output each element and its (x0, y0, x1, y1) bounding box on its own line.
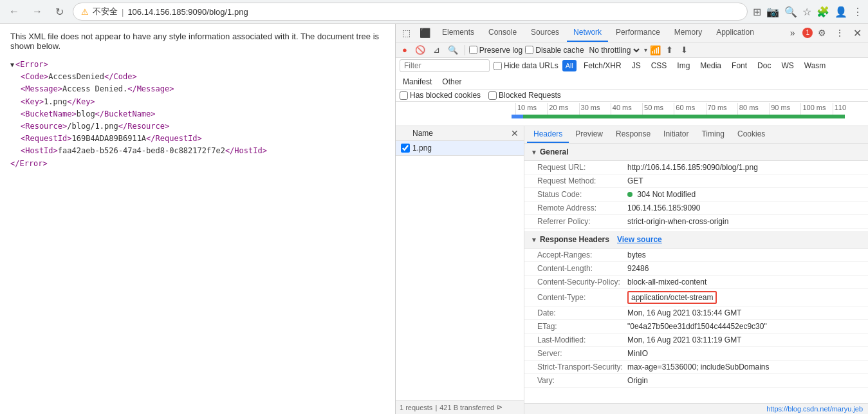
filter-bar: Hide data URLs All Fetch/XHR JS CSS Img … (396, 58, 868, 89)
progress-green (523, 115, 845, 118)
tab-application[interactable]: Application (710, 24, 761, 42)
xml-tag: </Message> (127, 84, 174, 93)
tab-sources[interactable]: Sources (524, 24, 566, 42)
request-item-checkbox[interactable] (401, 144, 410, 153)
search-network-button[interactable]: 🔍 (445, 44, 461, 56)
tab-network[interactable]: Network (567, 24, 608, 42)
forward-button[interactable]: → (28, 5, 46, 19)
blocked-requests-label[interactable]: Blocked Requests (488, 91, 561, 100)
request-item[interactable]: 1.png (396, 141, 524, 156)
address-bar[interactable]: ⚠ 不安全 | 106.14.156.185:9090/blog/1.png (73, 3, 748, 21)
toolbar-separator (465, 45, 465, 55)
zoom-button[interactable]: 🔍 (784, 6, 797, 18)
dock-side-button[interactable]: ⬚ (398, 25, 414, 41)
detail-row-referrer: Referrer Policy: strict-origin-when-cros… (524, 215, 868, 229)
hide-data-urls-label[interactable]: Hide data URLs (494, 61, 559, 70)
tab-memory[interactable]: Memory (668, 24, 708, 42)
tab-performance[interactable]: Performance (609, 24, 667, 42)
devtools-menu-button[interactable]: ⋮ (831, 25, 848, 41)
xml-text: faa42aeb-b526-47a4-bed8-0c882172f7e2 (58, 146, 225, 155)
throttle-select[interactable]: No throttling Fast 3G Slow 3G Offline (587, 45, 642, 55)
browser-chrome: ← → ↻ ⚠ 不安全 | 106.14.156.185:9090/blog/1… (0, 0, 868, 24)
xml-text: 169B4ADA89B6911A (71, 134, 146, 143)
filter-js[interactable]: JS (629, 60, 644, 71)
network-toolbar: ● 🚫 ⊿ 🔍 Preserve log Disable cache No th… (396, 42, 868, 58)
detail-val: max-age=31536000; includeSubDomains (627, 362, 769, 372)
download-button[interactable]: ⬇ (678, 44, 690, 56)
detail-row-method: Request Method: GET (524, 174, 868, 188)
request-count: 1 requests (400, 404, 432, 411)
filter-img[interactable]: Img (674, 60, 693, 71)
detail-val: GET (627, 176, 643, 185)
filter-other[interactable]: Other (439, 76, 465, 88)
devtools-settings-button[interactable]: ⚙ (814, 25, 830, 41)
blocked-cookies-checkbox[interactable] (400, 91, 408, 100)
tab-headers[interactable]: Headers (527, 126, 569, 143)
detail-row-sts: Strict-Transport-Security: max-age=31536… (524, 361, 868, 374)
disable-cache-label[interactable]: Disable cache (525, 46, 584, 55)
menu-button[interactable]: ⋮ (853, 6, 863, 18)
all-filter-badge[interactable]: All (562, 60, 577, 71)
tab-elements[interactable]: Elements (436, 24, 481, 42)
xml-tag: <Message> (21, 84, 62, 93)
filter-fetch-xhr[interactable]: Fetch/XHR (580, 60, 625, 71)
address-text: 106.14.156.185:9090/blog/1.png (127, 7, 248, 17)
tab-preview[interactable]: Preview (569, 126, 609, 143)
detail-content: ▼ General Request URL: http://106.14.156… (524, 144, 868, 403)
preserve-log-checkbox[interactable] (469, 46, 477, 54)
filter-input[interactable] (400, 59, 490, 72)
clear-button[interactable]: 🚫 (412, 44, 428, 56)
general-section-header[interactable]: ▼ General (524, 144, 868, 161)
filter-manifest[interactable]: Manifest (400, 76, 435, 88)
filter-doc[interactable]: Doc (754, 60, 774, 71)
request-panel-close[interactable]: ✕ (511, 128, 519, 138)
filter-toggle-button[interactable]: ⊿ (430, 44, 443, 56)
xml-tag: </Code> (104, 72, 137, 81)
tab-console[interactable]: Console (482, 24, 523, 42)
tick-100ms: 100 ms (800, 103, 832, 115)
devtools-close-button[interactable]: ✕ (849, 24, 865, 42)
upload-button[interactable]: ⬆ (663, 44, 676, 56)
refresh-button[interactable]: ↻ (51, 5, 68, 19)
filter-media[interactable]: Media (697, 60, 725, 71)
filter-wasm[interactable]: Wasm (801, 60, 829, 71)
tab-timing[interactable]: Timing (695, 126, 731, 143)
preserve-log-label[interactable]: Preserve log (469, 46, 522, 55)
screenshot-button[interactable]: 📷 (766, 6, 779, 18)
detail-key: Request Method: (537, 176, 627, 185)
xml-tag: <Resource> (21, 122, 67, 131)
grid-button[interactable]: ⊞ (753, 6, 761, 18)
response-headers-section-header[interactable]: ▼ Response Headers View source (524, 231, 868, 249)
tick-70ms: 70 ms (706, 103, 737, 115)
profile-button[interactable]: 👤 (835, 6, 847, 18)
security-warning-text: 不安全 (93, 6, 118, 17)
disable-cache-checkbox[interactable] (525, 46, 533, 54)
blocked-cookies-label[interactable]: Has blocked cookies (400, 91, 481, 100)
collapse-icon[interactable]: ▼ (10, 61, 14, 68)
bookmark-button[interactable]: ☆ (802, 6, 811, 18)
tab-cookies[interactable]: Cookies (731, 126, 771, 143)
detail-key: Content-Type: (537, 293, 627, 302)
detail-key: Referrer Policy: (537, 217, 627, 226)
filter-css[interactable]: CSS (648, 60, 670, 71)
more-tabs-button[interactable]: » (786, 25, 799, 41)
dock-bottom-button[interactable]: ⬛ (416, 25, 434, 41)
filter-font[interactable]: Font (728, 60, 750, 71)
devtools-status-link[interactable]: https://blog.csdn.net/maryu.jeb (766, 405, 863, 413)
record-button[interactable]: ● (400, 44, 410, 56)
tab-initiator[interactable]: Initiator (657, 126, 695, 143)
filter-ws[interactable]: WS (778, 60, 797, 71)
tick-30ms: 30 ms (579, 103, 611, 115)
detail-key: Content-Security-Policy: (537, 278, 627, 287)
extensions-button[interactable]: 🧩 (817, 6, 829, 18)
blocked-requests-checkbox[interactable] (488, 91, 497, 100)
back-button[interactable]: ← (5, 5, 23, 19)
detail-val: 106.14.156.185:9090 (627, 203, 700, 212)
xml-line: <Code>AccessDenied</Code> (10, 71, 385, 83)
view-source-link[interactable]: View source (617, 235, 662, 244)
tab-response[interactable]: Response (609, 126, 657, 143)
header-name: Name (412, 129, 511, 138)
hide-data-urls-checkbox[interactable] (494, 62, 502, 70)
detail-val: MinIO (627, 349, 648, 358)
xml-tag: </RequestId> (146, 134, 202, 143)
